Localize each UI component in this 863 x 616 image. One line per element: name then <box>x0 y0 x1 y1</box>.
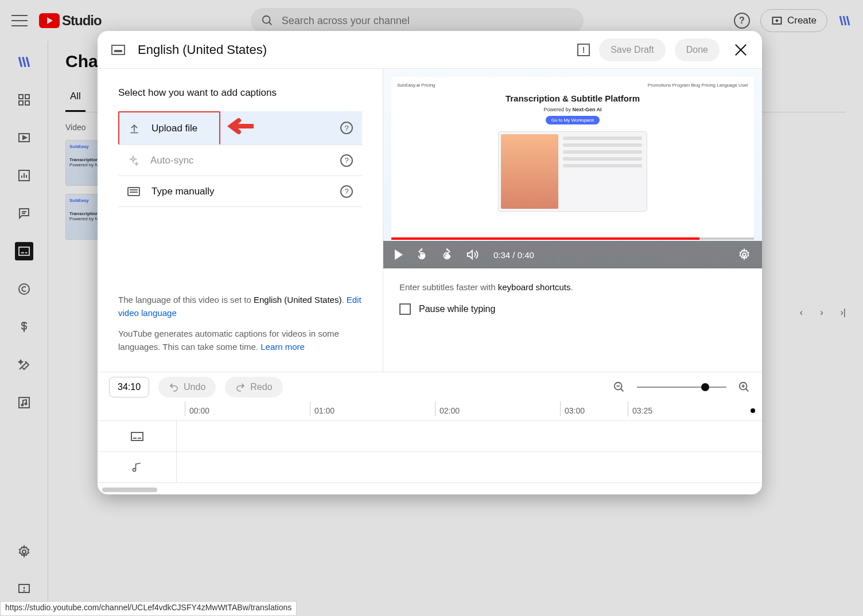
video-preview-pane: SubEasy.ai Pricing Promotions Program Bl… <box>383 69 762 372</box>
svg-rect-42 <box>131 432 143 440</box>
svg-rect-5 <box>19 95 23 99</box>
video-time: 0:34 / 0:40 <box>493 250 534 260</box>
modal-title: English (United States) <box>138 42 267 57</box>
help-icon[interactable]: ? <box>340 122 353 134</box>
undo-icon <box>169 382 179 392</box>
learn-more-link[interactable]: Learn more <box>261 342 305 352</box>
sidebar-comments-icon[interactable] <box>15 204 33 223</box>
zoom-slider[interactable] <box>637 387 726 388</box>
timecode-input[interactable]: 34:10 <box>109 377 149 397</box>
video-preview[interactable]: SubEasy.ai Pricing Promotions Program Bl… <box>383 69 762 268</box>
svg-point-20 <box>19 284 29 294</box>
sidebar-feedback-icon[interactable] <box>15 580 33 599</box>
svg-line-1 <box>269 22 271 25</box>
feedback-icon[interactable] <box>577 44 590 56</box>
search-icon <box>261 14 274 27</box>
svg-point-0 <box>262 16 270 24</box>
play-icon[interactable] <box>395 249 403 260</box>
option-type-manually[interactable]: Type manually ? <box>118 176 362 207</box>
help-icon[interactable]: ? <box>340 154 353 167</box>
redo-icon <box>235 382 246 392</box>
timeline-end-marker <box>751 408 755 413</box>
svg-rect-7 <box>19 101 23 105</box>
zoom-out-icon[interactable] <box>613 381 625 393</box>
search-input[interactable] <box>282 15 573 27</box>
sparkle-icon <box>127 155 139 166</box>
help-icon[interactable]: ? <box>734 13 750 29</box>
timeline[interactable]: 00:00 01:00 02:00 03:00 03:25 <box>98 401 762 494</box>
modal-header: English (United States) Save Draft Done <box>98 31 762 69</box>
option-auto-sync[interactable]: Auto-sync ? <box>118 145 362 176</box>
sidebar-copyright-icon[interactable] <box>15 280 33 298</box>
svg-marker-33 <box>468 251 472 259</box>
option-upload-file[interactable]: Upload file <box>118 111 220 145</box>
gear-icon[interactable] <box>738 248 751 261</box>
captions-modal: English (United States) Save Draft Done … <box>98 31 762 494</box>
pager-prev-icon[interactable]: ‹ <box>800 307 803 318</box>
sidebar-customize-icon[interactable] <box>15 356 33 374</box>
help-icon[interactable]: ? <box>340 185 353 198</box>
youtube-icon <box>39 13 60 28</box>
pager-next-icon[interactable]: › <box>820 307 823 318</box>
svg-point-24 <box>22 550 26 553</box>
video-controls: 10 10 0:34 / 0:40 <box>383 241 762 268</box>
checkbox-icon <box>399 303 411 315</box>
caption-prompt: Select how you want to add captions <box>118 87 362 99</box>
sidebar-dashboard-icon[interactable] <box>15 91 33 109</box>
volume-icon[interactable] <box>466 248 479 261</box>
close-icon[interactable] <box>733 42 748 57</box>
sidebar-content-icon[interactable] <box>15 128 33 147</box>
svg-rect-21 <box>19 397 29 408</box>
save-draft-button[interactable]: Save Draft <box>599 38 666 61</box>
music-note-icon <box>131 462 143 473</box>
timeline-audio-track-icon[interactable] <box>98 452 176 483</box>
svg-line-36 <box>621 388 624 391</box>
svg-line-39 <box>746 388 749 391</box>
logo[interactable]: Studio <box>39 13 102 29</box>
timeline-ruler[interactable]: 00:00 01:00 02:00 03:00 03:25 <box>98 401 762 421</box>
forward-10-icon[interactable]: 10 <box>441 248 453 261</box>
timeline-captions-track-icon[interactable] <box>98 421 176 452</box>
keyboard-shortcuts-hint: Enter subtitles faster with keyboard sho… <box>399 282 746 292</box>
svg-marker-30 <box>227 119 236 133</box>
logo-text: Studio <box>62 13 102 29</box>
sidebar-subtitles-icon[interactable] <box>15 242 33 260</box>
tab-all[interactable]: All <box>65 83 85 112</box>
editor-toolbar: 34:10 Undo Redo <box>98 372 762 401</box>
captions-icon <box>130 431 144 442</box>
svg-point-22 <box>21 404 23 406</box>
sidebar-brand-icon[interactable] <box>15 53 33 71</box>
sidebar-analytics-icon[interactable] <box>15 166 33 185</box>
search-bar[interactable] <box>251 8 584 33</box>
language-note: The language of this video is set to Eng… <box>118 294 362 353</box>
create-plus-icon <box>771 15 783 26</box>
svg-point-34 <box>743 253 746 256</box>
caption-method-pane: Select how you want to add captions Uplo… <box>98 69 383 372</box>
done-button[interactable]: Done <box>675 38 720 61</box>
zoom-in-icon[interactable] <box>738 381 751 393</box>
menu-icon[interactable] <box>11 15 28 26</box>
svg-rect-8 <box>25 101 29 105</box>
sidebar-audio-icon[interactable] <box>15 393 33 412</box>
redo-button[interactable]: Redo <box>225 377 282 397</box>
svg-marker-10 <box>23 136 26 139</box>
svg-rect-6 <box>25 95 29 99</box>
svg-point-23 <box>25 403 26 405</box>
sidebar-settings-icon[interactable] <box>15 543 33 561</box>
subtitles-icon <box>111 45 125 55</box>
rewind-10-icon[interactable]: 10 <box>415 248 428 261</box>
sidebar <box>0 41 48 616</box>
create-button[interactable]: Create <box>760 9 827 32</box>
video-progress-bar[interactable] <box>391 237 754 240</box>
brand-wave-icon[interactable] <box>838 14 852 28</box>
annotation-arrow-icon <box>226 116 254 137</box>
pause-while-typing-checkbox[interactable]: Pause while typing <box>399 303 746 315</box>
svg-rect-17 <box>19 247 29 255</box>
undo-button[interactable]: Undo <box>158 377 216 397</box>
keyboard-icon <box>127 187 140 196</box>
pager-last-icon[interactable]: ›| <box>841 307 846 318</box>
timeline-scrollbar[interactable] <box>102 488 157 492</box>
svg-text:10: 10 <box>445 254 450 258</box>
sidebar-earn-icon[interactable] <box>15 318 33 336</box>
status-bar-url: https://studio.youtube.com/channel/UCLef… <box>0 601 297 616</box>
